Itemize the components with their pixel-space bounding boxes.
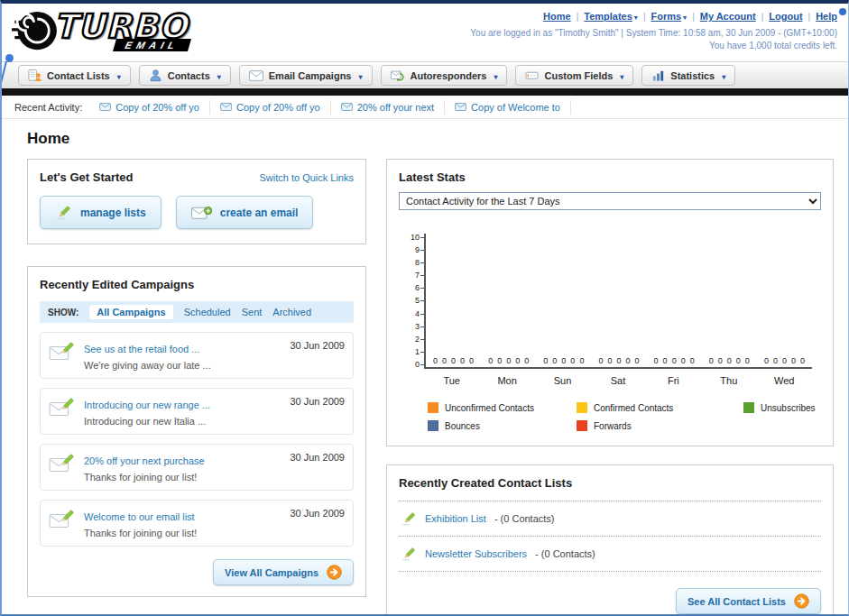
campaign-title-link[interactable]: Introducing our new range ... [84, 400, 210, 410]
recent-activity-item[interactable]: 20% off your next [331, 100, 445, 115]
recent-activity-text: Copy of Welcome to [471, 102, 560, 113]
top-links: Home Templates Forms My Account Logout H… [470, 11, 837, 22]
credits-info: You have 1,000 total credits left. [470, 41, 837, 51]
contact-list-link[interactable]: Newsletter Subscribers [425, 548, 527, 559]
view-all-campaigns-button[interactable]: View All Campaigns [213, 559, 354, 585]
envelope-icon [220, 103, 232, 111]
recent-activity-item[interactable]: Copy of 20% off yo [210, 100, 331, 115]
x-axis-label: Wed [757, 375, 812, 386]
recent-activity-item[interactable]: Copy of 20% off yo [89, 100, 210, 115]
bar-value-label: 0 [616, 356, 621, 365]
create-email-button[interactable]: create an email [176, 196, 314, 229]
y-axis-label: 2 [415, 336, 424, 344]
nav-tab-custom-fields[interactable]: Custom Fields [515, 65, 633, 86]
top-link-my-account[interactable]: My Account [700, 11, 756, 22]
content: Home Let's Get Started Switch to Quick L… [2, 119, 848, 616]
bar-value-label: 0 [488, 356, 493, 365]
campaign-row[interactable]: 20% off your next purchase Thanks for jo… [40, 444, 354, 491]
top-link-templates[interactable]: Templates [584, 11, 632, 22]
top-link-forms[interactable]: Forms [651, 11, 681, 22]
right-column: Latest Stats Contact Activity for the La… [386, 159, 834, 616]
stats-period-select[interactable]: Contact Activity for the Last 7 Days [399, 192, 821, 210]
y-axis-label: 4 [415, 310, 424, 318]
bar-value-label: 0 [552, 356, 557, 365]
nav-tab-contacts[interactable]: Contacts [139, 65, 231, 86]
envelope-pencil-icon [49, 452, 76, 483]
campaign-title-link[interactable]: See us at the retail food ... [84, 344, 199, 354]
tab-archived[interactable]: Archived [272, 307, 311, 317]
nav-tab-label: Contact Lists [47, 70, 110, 81]
chart-legend: Unconfirmed Contacts Confirmed Contacts … [428, 402, 821, 431]
tab-scheduled[interactable]: Scheduled [184, 307, 231, 317]
pencil-icon [401, 546, 417, 562]
chevron-down-icon [216, 70, 221, 81]
campaign-date: 30 Jun 2009 [290, 452, 345, 483]
legend-swatch [577, 402, 587, 413]
see-all-contact-lists-label: See All Contact Lists [688, 596, 786, 607]
x-axis-label: Mon [479, 375, 534, 386]
x-axis: TueMonSunSatFriThuWed [424, 375, 812, 386]
bar-value-label: 0 [663, 356, 668, 365]
campaign-row[interactable]: Welcome to our email list Thanks for joi… [40, 500, 354, 547]
x-axis-label: Sun [535, 375, 590, 386]
nav-tab-contact-lists[interactable]: Contact Lists [18, 65, 131, 86]
contact-list-count: - (0 Contacts) [494, 513, 555, 524]
campaign-date: 30 Jun 2009 [290, 396, 345, 427]
campaign-row[interactable]: Introducing our new range ... Introducin… [40, 388, 354, 435]
contact-list-link[interactable]: Exhibition List [425, 513, 486, 524]
top-link-logout[interactable]: Logout [769, 11, 802, 22]
legend-swatch [428, 420, 438, 431]
recent-activity-item[interactable]: Copy of Welcome to [445, 100, 571, 115]
envelope-icon [99, 103, 111, 111]
bar-value-group: 00000 [647, 356, 702, 365]
bar-value-label: 0 [690, 356, 695, 365]
create-email-label: create an email [220, 207, 299, 219]
envelope-pencil-icon [49, 340, 76, 371]
contact-list-count: - (0 Contacts) [535, 548, 595, 559]
contact-list-row[interactable]: Newsletter Subscribers - (0 Contacts) [399, 537, 821, 572]
legend-swatch [743, 402, 754, 413]
campaign-date: 30 Jun 2009 [290, 508, 345, 538]
bar-value-label: 0 [497, 356, 502, 365]
campaign-title-link[interactable]: 20% off your next purchase [84, 455, 205, 466]
campaign-row[interactable]: See us at the retail food ... We're givi… [40, 332, 354, 379]
tab-sent[interactable]: Sent [242, 307, 263, 317]
latest-stats-title: Latest Stats [399, 170, 821, 184]
nav-tab-statistics[interactable]: Statistics [641, 65, 735, 86]
bar-value-label: 0 [626, 356, 631, 365]
legend-item: Unsubscribes [743, 402, 821, 413]
top-link-help[interactable]: Help [816, 11, 837, 22]
switch-quick-links-link[interactable]: Switch to Quick Links [259, 172, 354, 183]
nav-tab-label: Custom Fields [544, 70, 613, 81]
autoresponder-icon [391, 69, 405, 81]
legend-swatch [577, 420, 587, 431]
logo-swirl-icon [11, 9, 58, 52]
nav-tab-label: Autoresponders [411, 70, 487, 81]
logo-title: TURBO [54, 11, 188, 42]
y-axis-label: 3 [415, 323, 424, 331]
bar-value-label: 0 [579, 356, 584, 365]
nav-tab-label: Statistics [670, 70, 715, 81]
value-labels-row: 00000000000000000000000000000000000 [426, 356, 812, 365]
bar-value-label: 0 [607, 356, 612, 365]
recent-activity-text: Copy of 20% off yo [236, 102, 320, 113]
header-right: Home Templates Forms My Account Logout H… [470, 9, 837, 61]
custom-fields-icon [525, 69, 539, 82]
recent-activity-bar: Recent Activity: Copy of 20% off yo Copy… [2, 96, 848, 119]
tab-all-campaigns[interactable]: All Campaigns [89, 305, 172, 319]
bar-value-group: 00000 [591, 356, 646, 365]
bar-value-label: 0 [727, 356, 732, 365]
legend-item: Bounces [428, 420, 577, 431]
campaigns-filter-strip: SHOW: All Campaigns Scheduled Sent Archi… [40, 301, 354, 323]
envelope-plus-icon [191, 206, 212, 220]
contact-list-row[interactable]: Exhibition List - (0 Contacts) [399, 501, 821, 537]
contacts-icon [149, 69, 162, 82]
nav-tab-autoresponders[interactable]: Autoresponders [381, 65, 508, 86]
top-link-home[interactable]: Home [543, 11, 571, 22]
recent-activity-text: Copy of 20% off yo [115, 102, 199, 113]
bar-value-label: 0 [515, 356, 520, 365]
see-all-contact-lists-button[interactable]: See All Contact Lists [676, 588, 821, 614]
nav-tab-email-campaigns[interactable]: Email Campaigns [239, 65, 373, 86]
campaign-title-link[interactable]: Welcome to our email list [84, 511, 195, 522]
manage-lists-button[interactable]: manage lists [40, 196, 161, 229]
